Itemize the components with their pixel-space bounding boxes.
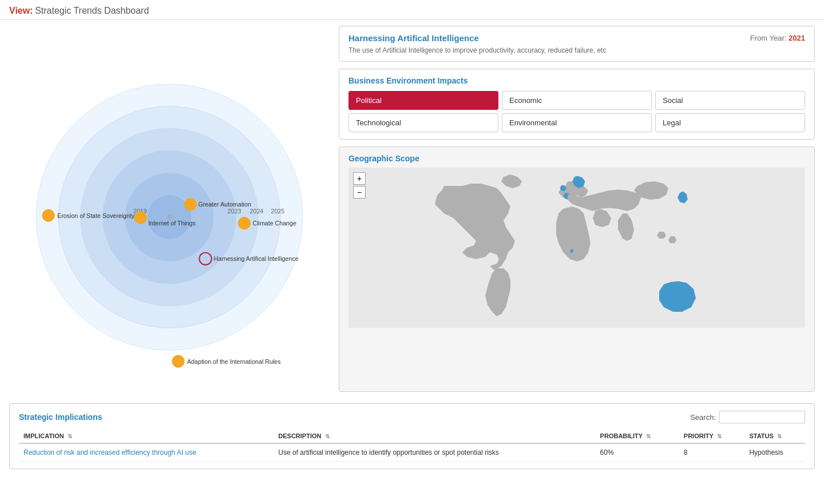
svg-text:Erosion of State Sovereignty: Erosion of State Sovereignty bbox=[57, 212, 135, 219]
geo-card: Geographic Scope + − bbox=[339, 146, 815, 392]
sort-icon-status: ⇅ bbox=[777, 433, 782, 439]
info-card-header: Harnessing Artifical Intelligence From Y… bbox=[348, 33, 805, 43]
sort-icon-description: ⇅ bbox=[325, 433, 330, 439]
info-card-desc: The use of Artificial Intelligence to im… bbox=[348, 46, 805, 54]
sort-icon-priority: ⇅ bbox=[717, 433, 722, 439]
cell-probability: 60% bbox=[596, 443, 679, 462]
svg-text:Harnessing Artifical Intellige: Harnessing Artifical Intelligence bbox=[214, 255, 299, 262]
sort-icon-implication: ⇅ bbox=[68, 433, 72, 439]
pestel-btn-technological[interactable]: Technological bbox=[348, 113, 498, 132]
pestel-btn-legal[interactable]: Legal bbox=[655, 113, 805, 132]
search-label: Search: bbox=[690, 413, 716, 422]
implications-table: IMPLICATION ⇅ DESCRIPTION ⇅ PROBABILITY … bbox=[19, 429, 805, 462]
impl-header: Strategic Implications Search: bbox=[19, 411, 805, 423]
map-container: + − bbox=[348, 168, 805, 328]
pestel-btn-environmental[interactable]: Environmental bbox=[502, 113, 652, 132]
svg-text:2023: 2023 bbox=[228, 208, 241, 215]
svg-point-21 bbox=[172, 355, 184, 367]
geo-title: Geographic Scope bbox=[348, 154, 805, 163]
table-body: Reduction of risk and increased efficien… bbox=[19, 443, 805, 462]
table-row: Reduction of risk and increased efficien… bbox=[19, 443, 805, 462]
cell-implication: Reduction of risk and increased efficien… bbox=[19, 443, 274, 462]
svg-text:2024: 2024 bbox=[250, 208, 264, 215]
sort-icon-probability: ⇅ bbox=[646, 433, 651, 439]
cell-description: Use of artificial intelligence to identi… bbox=[274, 443, 595, 462]
view-label: View: bbox=[9, 6, 33, 15]
svg-point-15 bbox=[134, 212, 146, 224]
svg-point-13 bbox=[184, 199, 196, 211]
pestel-title: Business Environment Impacts bbox=[348, 76, 805, 85]
svg-point-17 bbox=[238, 217, 250, 229]
left-panel: 2019 2023 2024 2025 Erosion of State Sov… bbox=[9, 26, 330, 392]
svg-text:2025: 2025 bbox=[271, 208, 284, 215]
svg-point-6 bbox=[167, 215, 172, 220]
from-year-label: From Year: bbox=[750, 34, 787, 42]
search-container: Search: bbox=[690, 411, 805, 423]
svg-text:Greater Automation: Greater Automation bbox=[198, 201, 251, 208]
svg-point-11 bbox=[42, 209, 54, 221]
radar-container: 2019 2023 2024 2025 Erosion of State Sov… bbox=[9, 26, 330, 392]
col-probability: PROBABILITY ⇅ bbox=[596, 429, 679, 443]
page-header: View: Strategic Trends Dashboard bbox=[0, 0, 824, 20]
bottom-panel: Strategic Implications Search: IMPLICATI… bbox=[0, 398, 824, 478]
info-card: Harnessing Artifical Intelligence From Y… bbox=[339, 26, 815, 62]
pestel-card: Business Environment Impacts Political E… bbox=[339, 69, 815, 140]
radar-chart: 2019 2023 2024 2025 Erosion of State Sov… bbox=[9, 26, 330, 392]
svg-text:Climate Change: Climate Change bbox=[252, 220, 296, 227]
zoom-out-button[interactable]: − bbox=[353, 186, 366, 199]
table-header: IMPLICATION ⇅ DESCRIPTION ⇅ PROBABILITY … bbox=[19, 429, 805, 443]
info-card-title: Harnessing Artifical Intelligence bbox=[348, 33, 479, 43]
col-status: STATUS ⇅ bbox=[744, 429, 805, 443]
col-implication: IMPLICATION ⇅ bbox=[19, 429, 274, 443]
year-value: 2021 bbox=[789, 34, 805, 42]
pestel-btn-social[interactable]: Social bbox=[655, 91, 805, 110]
page-title: Strategic Trends Dashboard bbox=[35, 6, 149, 15]
pestel-btn-political[interactable]: Political bbox=[348, 91, 498, 110]
col-description: DESCRIPTION ⇅ bbox=[274, 429, 595, 443]
map-zoom-controls: + − bbox=[353, 172, 366, 199]
main-content: 2019 2023 2024 2025 Erosion of State Sov… bbox=[0, 20, 824, 398]
search-input[interactable] bbox=[719, 411, 805, 423]
right-panel: Harnessing Artifical Intelligence From Y… bbox=[339, 26, 815, 392]
world-map bbox=[348, 168, 805, 328]
implications-card: Strategic Implications Search: IMPLICATI… bbox=[9, 403, 815, 469]
col-priority: PRIORITY ⇅ bbox=[679, 429, 745, 443]
cell-status: Hypothesis bbox=[744, 443, 805, 462]
pestel-btn-economic[interactable]: Economic bbox=[502, 91, 652, 110]
svg-text:Adaption of the International : Adaption of the International Rules bbox=[187, 358, 281, 365]
header-row: IMPLICATION ⇅ DESCRIPTION ⇅ PROBABILITY … bbox=[19, 429, 805, 443]
implication-link[interactable]: Reduction of risk and increased efficien… bbox=[23, 449, 196, 457]
cell-priority: 8 bbox=[679, 443, 745, 462]
zoom-in-button[interactable]: + bbox=[353, 172, 366, 185]
info-card-year: From Year: 2021 bbox=[750, 34, 805, 42]
pestel-grid: Political Economic Social Technological … bbox=[348, 91, 805, 132]
impl-title: Strategic Implications bbox=[19, 412, 102, 422]
svg-text:Internet of Things: Internet of Things bbox=[148, 220, 196, 227]
